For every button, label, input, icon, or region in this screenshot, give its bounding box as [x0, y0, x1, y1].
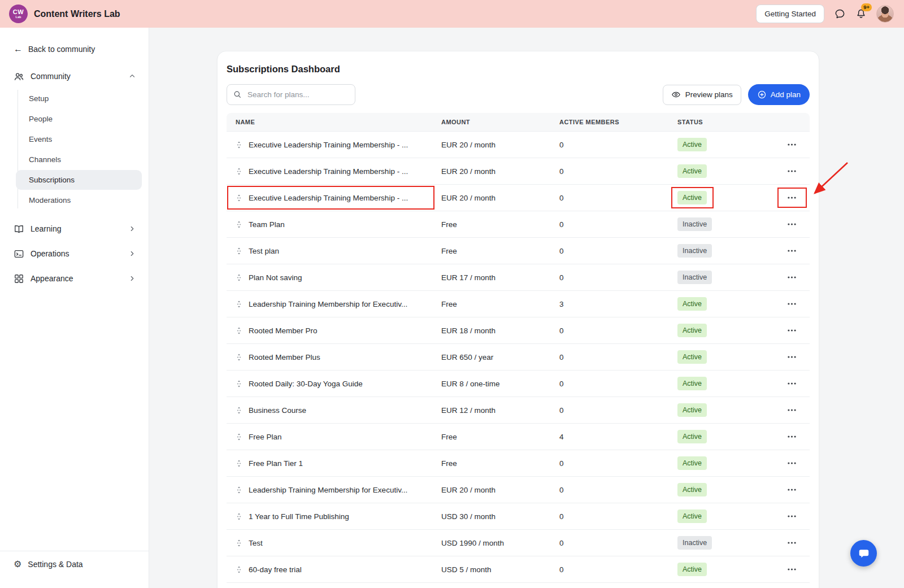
drag-handle-icon[interactable]: [236, 326, 242, 335]
drag-handle-icon[interactable]: [236, 512, 242, 521]
row-actions-button[interactable]: [783, 536, 801, 550]
notifications-bell-icon[interactable]: 9+: [855, 8, 867, 20]
plan-active-members: 0: [559, 132, 677, 158]
row-actions-button[interactable]: [783, 403, 801, 417]
row-actions-button[interactable]: [783, 350, 801, 364]
drag-handle-icon[interactable]: [236, 247, 242, 255]
row-actions-button[interactable]: [783, 324, 801, 337]
drag-handle-icon[interactable]: [236, 273, 242, 282]
row-actions-button[interactable]: [783, 297, 801, 311]
drag-handle-icon[interactable]: [236, 433, 242, 441]
plan-amount: EUR 12 / month: [441, 397, 559, 423]
row-actions-button[interactable]: [783, 509, 801, 523]
drag-handle-icon[interactable]: [236, 539, 242, 547]
row-actions-button[interactable]: [783, 430, 801, 443]
plan-active-members: 0: [559, 530, 677, 556]
sidebar-community-label: Community: [31, 72, 128, 81]
sidebar-item-community[interactable]: Community: [0, 65, 149, 88]
terminal-icon: [14, 249, 24, 259]
sidebar-item-channels[interactable]: Channels: [16, 150, 142, 169]
chat-bubble-icon: [858, 547, 870, 560]
plan-status-badge: Active: [677, 138, 707, 151]
drag-handle-icon[interactable]: [236, 194, 242, 202]
drag-handle-icon[interactable]: [236, 300, 242, 308]
plan-name[interactable]: 1 Year to Full Time Publishing: [249, 512, 349, 521]
plan-name[interactable]: Test plan: [249, 247, 279, 255]
plan-name[interactable]: Rooted Member Pro: [249, 326, 318, 335]
row-actions-button[interactable]: [783, 138, 801, 151]
plan-active-members: 0: [559, 450, 677, 476]
table-row: Rooted Daily: 30-Day Yoga Guide EUR 8 / …: [227, 371, 810, 397]
plan-name[interactable]: Business Course: [249, 406, 306, 415]
table-row: 1 Year to Full Time Publishing USD 30 / …: [227, 503, 810, 530]
plan-name[interactable]: Team Plan: [249, 220, 285, 229]
sidebar-item-learning[interactable]: Learning: [0, 217, 149, 240]
row-actions-button[interactable]: [783, 483, 801, 496]
search-icon: [233, 90, 242, 101]
plan-amount: Free: [441, 450, 559, 476]
plan-active-members: 0: [559, 371, 677, 397]
chevron-right-icon: [128, 225, 136, 233]
plan-name[interactable]: Executive Leadership Training Membership…: [249, 167, 408, 176]
sidebar-item-settings-data[interactable]: ⚙ Settings & Data: [0, 551, 149, 588]
plan-name[interactable]: Executive Leadership Training Membership…: [249, 194, 408, 202]
sidebar-item-appearance[interactable]: Appearance: [0, 267, 149, 290]
plan-name[interactable]: Rooted Daily: 30-Day Yoga Guide: [249, 380, 363, 388]
drag-handle-icon[interactable]: [236, 167, 242, 176]
plan-name[interactable]: Leadership Training Membership for Execu…: [249, 300, 407, 308]
plan-name[interactable]: Test: [249, 539, 263, 547]
drag-handle-icon[interactable]: [236, 486, 242, 494]
back-to-community-link[interactable]: ← Back to community: [14, 42, 135, 56]
drag-handle-icon[interactable]: [236, 220, 242, 229]
row-actions-button[interactable]: [783, 244, 801, 258]
drag-handle-icon[interactable]: [236, 380, 242, 388]
drag-handle-icon[interactable]: [236, 459, 242, 468]
sidebar-item-setup[interactable]: Setup: [16, 89, 142, 108]
plan-amount: USD 5 / month: [441, 556, 559, 582]
drag-handle-icon[interactable]: [236, 353, 242, 361]
table-row: Free Plan Tier 1 Free 0 Active: [227, 450, 810, 477]
drag-handle-icon[interactable]: [236, 565, 242, 574]
sidebar-item-moderations[interactable]: Moderations: [16, 190, 142, 210]
plan-amount: EUR 650 / year: [441, 344, 559, 370]
plan-name[interactable]: Free Plan Tier 1: [249, 459, 303, 468]
plan-active-members: 0: [559, 211, 677, 237]
row-actions-button[interactable]: [783, 191, 801, 204]
row-actions-button[interactable]: [783, 217, 801, 231]
plan-name[interactable]: Leadership Training Membership for Execu…: [249, 486, 407, 494]
column-header-amount: AMOUNT: [441, 119, 559, 125]
drag-handle-icon[interactable]: [236, 141, 242, 149]
getting-started-button[interactable]: Getting Started: [756, 5, 824, 23]
column-header-active-members: ACTIVE MEMBERS: [559, 119, 677, 125]
plan-amount: USD 30 / month: [441, 503, 559, 529]
settings-data-label: Settings & Data: [28, 560, 82, 569]
plan-name[interactable]: Executive Leadership Training Membership…: [249, 141, 408, 149]
row-actions-button[interactable]: [783, 456, 801, 470]
search-input[interactable]: [227, 84, 355, 105]
plan-name[interactable]: 60-day free trial: [249, 565, 302, 574]
row-actions-button[interactable]: [783, 164, 801, 178]
drag-handle-icon[interactable]: [236, 406, 242, 415]
sidebar-item-people[interactable]: People: [16, 109, 142, 129]
row-actions-button[interactable]: [783, 271, 801, 284]
sidebar-item-subscriptions[interactable]: Subscriptions: [16, 170, 142, 190]
sidebar-item-operations[interactable]: Operations: [0, 242, 149, 265]
row-actions-button[interactable]: [783, 563, 801, 576]
brand[interactable]: CW Lab Content Writers Lab: [9, 5, 120, 23]
logo-subtext: Lab: [16, 16, 21, 19]
plan-name[interactable]: Rooted Member Plus: [249, 353, 320, 361]
user-avatar[interactable]: [876, 5, 894, 23]
toolbar: Preview plans Add plan: [227, 84, 810, 105]
row-actions-button[interactable]: [783, 377, 801, 390]
add-plan-button[interactable]: Add plan: [748, 84, 810, 105]
plan-name[interactable]: Free Plan: [249, 433, 282, 441]
plan-name[interactable]: Plan Not saving: [249, 273, 302, 282]
chat-launcher-button[interactable]: [850, 540, 877, 567]
plans-table-body: Executive Leadership Training Membership…: [227, 132, 810, 583]
sidebar-item-events[interactable]: Events: [16, 129, 142, 149]
preview-plans-button[interactable]: Preview plans: [663, 85, 741, 105]
plan-amount: Free: [441, 211, 559, 237]
messages-icon[interactable]: [834, 8, 846, 20]
plan-status-badge: Inactive: [677, 536, 712, 550]
plan-active-members: 0: [559, 477, 677, 503]
